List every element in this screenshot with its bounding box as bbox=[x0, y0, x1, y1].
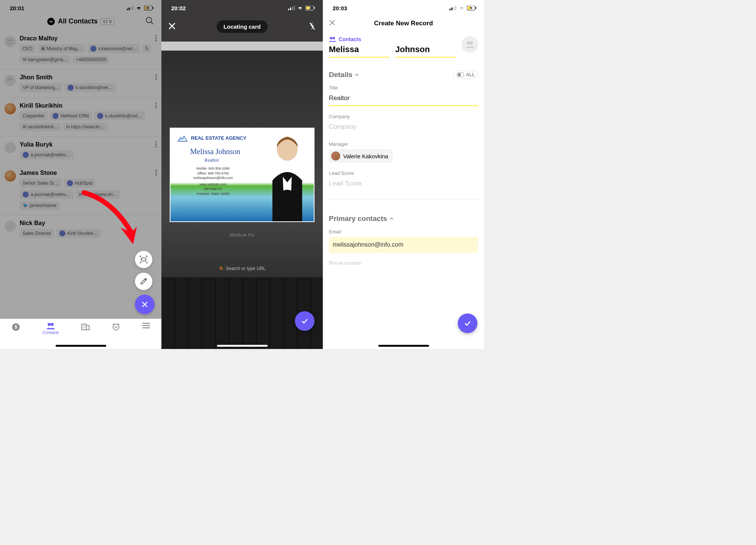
field-label: Manager bbox=[329, 141, 478, 147]
first-name-field[interactable]: Melissa bbox=[329, 44, 389, 58]
svg-point-47 bbox=[467, 42, 470, 45]
svg-rect-0 bbox=[127, 9, 128, 10]
battery-icon bbox=[144, 6, 154, 11]
svg-point-11 bbox=[8, 78, 10, 80]
field-placeholder[interactable]: Lead Score bbox=[329, 178, 478, 190]
contact-name: Jhon Smith bbox=[20, 74, 152, 81]
manager-field[interactable]: Manager Valerie Kakovkina bbox=[323, 139, 484, 168]
field-placeholder[interactable]: Company bbox=[329, 122, 478, 134]
camera-status-pill: Locating card bbox=[217, 20, 267, 33]
edit-button[interactable] bbox=[135, 273, 152, 290]
close-button[interactable] bbox=[168, 22, 176, 31]
svg-rect-18 bbox=[82, 324, 86, 330]
manager-chip: Kirill Skurikhi… bbox=[56, 229, 101, 238]
nav-tasks[interactable] bbox=[112, 323, 120, 331]
nav-contacts[interactable]: Contacts bbox=[43, 323, 59, 335]
contact-row[interactable]: Draco Malfoy CEO 🏛 Ministry of Mag… v.ka… bbox=[0, 31, 161, 69]
contacts-icon bbox=[329, 37, 336, 42]
home-indicator[interactable] bbox=[56, 345, 106, 347]
flash-off-icon[interactable] bbox=[308, 22, 316, 32]
folder-dropdown-icon[interactable] bbox=[47, 18, 55, 25]
last-name-field[interactable]: Johnson bbox=[395, 44, 456, 58]
contact-row[interactable]: Kirill Skurikhin Copywriter NetHunt CRM … bbox=[0, 98, 161, 137]
leadscore-field[interactable]: Lead Score Lead Score bbox=[323, 168, 484, 196]
twitter-chip: 🐦 jamesmstone bbox=[20, 201, 60, 210]
manager-avatar bbox=[331, 151, 340, 161]
nav-contacts-label: Contacts bbox=[43, 330, 59, 335]
all-fields-toggle[interactable]: ALL bbox=[453, 71, 478, 79]
primary-contacts-label: Primary contacts bbox=[329, 215, 387, 223]
company-chip: 🏛 Ministry of Mag… bbox=[38, 44, 85, 53]
email-field[interactable]: Email melissajohnson@info.com bbox=[323, 227, 484, 258]
svg-rect-3 bbox=[132, 6, 133, 10]
status-time: 20:01 bbox=[10, 5, 24, 11]
email-chip: ✉ skurikhinkirill… bbox=[20, 123, 61, 131]
avatar bbox=[5, 103, 16, 114]
home-indicator[interactable] bbox=[378, 345, 429, 347]
close-button[interactable] bbox=[329, 19, 336, 28]
row-menu-icon[interactable] bbox=[155, 141, 157, 147]
field-label: Lead Score bbox=[329, 170, 478, 176]
avatar bbox=[5, 142, 16, 153]
cellular-icon bbox=[127, 6, 133, 10]
svg-rect-23 bbox=[84, 327, 85, 327]
title-chip: VP of Marketing… bbox=[20, 83, 62, 92]
manager-chip: v.kakovkina@net… bbox=[87, 44, 140, 53]
folder-name: Contacts bbox=[339, 36, 361, 42]
row-menu-icon[interactable] bbox=[155, 102, 157, 108]
svg-rect-2 bbox=[130, 7, 132, 10]
row-menu-icon[interactable] bbox=[155, 35, 157, 41]
manager-chip: k.skurikhin@net… bbox=[65, 83, 116, 92]
scan-card-button[interactable] bbox=[135, 251, 152, 268]
svg-rect-33 bbox=[314, 7, 315, 9]
status-bar: 20:02 bbox=[161, 0, 323, 15]
title-chip: CEO bbox=[20, 44, 36, 53]
confirm-capture-button[interactable] bbox=[295, 311, 314, 331]
svg-rect-39 bbox=[451, 8, 452, 10]
row-menu-icon[interactable] bbox=[155, 170, 157, 176]
business-card: REAL ESTATE AGENCY Melissa Johnson Realt… bbox=[170, 128, 314, 221]
name-row: Melissa Johnson bbox=[323, 43, 484, 64]
title-field[interactable]: Title Realtor bbox=[323, 83, 484, 111]
row-menu-icon[interactable] bbox=[155, 74, 157, 80]
card-detection-frame: REAL ESTATE AGENCY Melissa Johnson Realt… bbox=[170, 128, 314, 222]
contact-name: Draco Malfoy bbox=[20, 35, 152, 42]
field-label: Phone number bbox=[329, 260, 478, 266]
company-field[interactable]: Company Company bbox=[323, 111, 484, 139]
contact-name: James Stone bbox=[20, 170, 152, 176]
search-icon[interactable] bbox=[146, 17, 154, 26]
svg-rect-30 bbox=[292, 7, 293, 10]
primary-contacts-section-header[interactable]: Primary contacts bbox=[323, 215, 484, 227]
contact-name: Yulia Buryk bbox=[20, 141, 152, 148]
email-value[interactable]: melissajohnson@info.com bbox=[329, 237, 478, 253]
svg-line-8 bbox=[151, 22, 153, 24]
svg-rect-29 bbox=[290, 8, 291, 10]
svg-rect-20 bbox=[83, 325, 84, 326]
home-indicator[interactable] bbox=[217, 345, 268, 347]
folder-selector[interactable]: Contacts bbox=[323, 32, 484, 43]
nav-menu[interactable] bbox=[143, 323, 150, 329]
contact-row[interactable]: Yulia Buryk a.pozniak@nethu… bbox=[0, 137, 161, 165]
phone-chip: +44555555555 bbox=[73, 56, 109, 64]
contact-row[interactable]: James Stone Senior Sales Di… HubSpot a.p… bbox=[0, 165, 161, 215]
folder-title[interactable]: All Contacts bbox=[58, 17, 98, 25]
phone-field[interactable]: Phone number bbox=[323, 258, 484, 273]
title-chip: Senior Sales Di… bbox=[20, 179, 62, 188]
nav-companies[interactable] bbox=[81, 323, 90, 330]
nav-deals[interactable]: $ bbox=[11, 323, 20, 332]
avatar-placeholder[interactable] bbox=[462, 36, 478, 53]
svg-rect-19 bbox=[86, 326, 89, 330]
manager-pill[interactable]: Valerie Kakovkina bbox=[329, 149, 393, 163]
contact-row[interactable]: Nick Bay Sales Director Kirill Skurikhi… bbox=[0, 215, 161, 243]
save-record-button[interactable] bbox=[458, 313, 477, 333]
close-fab-button[interactable] bbox=[135, 295, 155, 314]
svg-rect-41 bbox=[455, 6, 456, 10]
details-section-header[interactable]: Details ALL bbox=[323, 64, 484, 83]
contact-row[interactable]: Jhon Smith VP of Marketing… k.skurikhin@… bbox=[0, 69, 161, 98]
svg-point-45 bbox=[330, 37, 332, 39]
chevron-down-icon bbox=[355, 73, 359, 77]
field-value[interactable]: Realtor bbox=[329, 93, 478, 106]
details-label: Details bbox=[329, 71, 352, 79]
manager-name: Valerie Kakovkina bbox=[343, 153, 388, 159]
email-chip: ✉ harrypotter@gma… bbox=[20, 56, 71, 64]
